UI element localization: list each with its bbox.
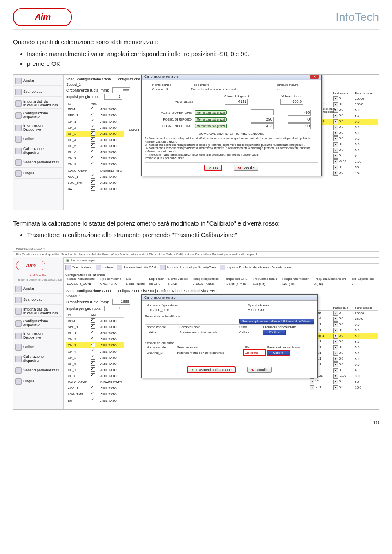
sidebar-item[interactable]: Lingua xyxy=(14,377,62,386)
enable-checkbox[interactable] xyxy=(91,386,95,390)
chevron-down-icon[interactable]: ▾ xyxy=(333,136,338,141)
enable-checkbox[interactable] xyxy=(91,343,95,347)
raw-value[interactable]: 412 xyxy=(251,123,274,129)
enable-checkbox[interactable] xyxy=(91,150,95,154)
chevron-down-icon[interactable]: ▾ xyxy=(333,165,338,170)
enable-checkbox[interactable] xyxy=(91,162,95,166)
circ-input-2[interactable]: 1666 xyxy=(112,299,130,305)
measure-value[interactable]: 90 xyxy=(288,123,311,129)
enable-checkbox[interactable] xyxy=(91,180,95,185)
chevron-down-icon[interactable]: ▾ xyxy=(333,334,338,339)
chevron-down-icon[interactable]: ▾ xyxy=(333,362,338,367)
chevron-down-icon[interactable]: ▾ xyxy=(333,114,338,118)
enable-checkbox[interactable] xyxy=(91,349,95,353)
enable-checkbox[interactable] xyxy=(91,398,95,402)
enable-checkbox[interactable] xyxy=(91,331,95,335)
trasmetti-button[interactable]: ✔Trasmetti calibrazione xyxy=(187,367,235,373)
chevron-down-icon[interactable]: ▾ xyxy=(333,159,338,164)
enable-checkbox[interactable] xyxy=(91,361,95,366)
sidebar-item[interactable]: Analisi xyxy=(14,76,62,86)
sidebar-item[interactable]: Configurazione dispositivo xyxy=(14,110,62,121)
sidebar-item[interactable]: Sensori personalizzati xyxy=(14,366,62,375)
memorize-button[interactable]: Memorizza dati grezzi xyxy=(195,117,227,122)
chevron-down-icon[interactable]: ▾ xyxy=(333,119,338,124)
enable-checkbox[interactable] xyxy=(91,137,95,142)
sidebar-item[interactable]: Online xyxy=(14,135,62,144)
chevron-down-icon[interactable]: ▾ xyxy=(333,328,338,333)
calibra-auto-button[interactable]: Calibra xyxy=(263,330,285,335)
enable-checkbox[interactable] xyxy=(91,373,95,378)
enable-checkbox[interactable] xyxy=(91,107,95,111)
sidebar-item[interactable]: Calibrazione dispositivo xyxy=(14,354,62,364)
chevron-down-icon[interactable]: ▾ xyxy=(333,96,338,101)
chevron-down-icon[interactable]: ▾ xyxy=(333,125,338,130)
sidebar-item[interactable]: Configurazione dispositivo xyxy=(14,318,62,329)
chevron-down-icon[interactable]: ▾ xyxy=(310,385,314,390)
memorize-button[interactable]: Memorizza dati grezzi xyxy=(195,124,227,128)
chevron-down-icon[interactable]: ▾ xyxy=(310,380,314,384)
toolbar-button[interactable]: Trasmissione xyxy=(65,265,91,270)
enable-checkbox[interactable] xyxy=(91,119,95,123)
annulla-button[interactable]: ⟲Annulla xyxy=(247,367,272,373)
enable-checkbox[interactable] xyxy=(91,156,95,160)
sidebar-item[interactable]: Importa dati da microSD SmartyCam xyxy=(14,306,62,317)
measure-value[interactable]: -90 xyxy=(288,110,311,116)
chevron-down-icon[interactable]: ▾ xyxy=(333,154,338,159)
tab-canali[interactable]: Canali xyxy=(102,77,113,81)
toolbar-button[interactable]: Lettura xyxy=(96,265,113,270)
sidebar-item[interactable]: Lingua xyxy=(14,169,62,179)
sidebar-item[interactable]: Informazioni Dispositivo xyxy=(14,123,62,133)
ok-button[interactable]: ✔OK xyxy=(205,165,222,171)
imp-input[interactable]: 1 xyxy=(104,94,122,100)
sidebar-item[interactable]: Online xyxy=(14,343,62,352)
sidebar-item[interactable]: Informazioni Dispositivo xyxy=(14,331,62,341)
sidebar-item[interactable]: Importa dati da microSD SmartyCam xyxy=(14,98,62,109)
chevron-down-icon[interactable]: ▾ xyxy=(333,340,338,344)
enable-checkbox[interactable] xyxy=(91,131,95,136)
imp-input-2[interactable]: 1 xyxy=(104,306,122,311)
cancel-button[interactable]: ⟲Annulla xyxy=(234,165,258,171)
chevron-down-icon[interactable]: ▾ xyxy=(333,171,338,176)
enable-checkbox[interactable] xyxy=(91,324,95,329)
enable-checkbox[interactable] xyxy=(91,380,95,384)
chevron-down-icon[interactable]: ▾ xyxy=(333,148,338,153)
autocalibrate-all-button[interactable]: Premere qui per autocalibrare tutti i se… xyxy=(239,319,314,324)
toolbar-button[interactable]: Imposta Funzioni per SmartyCam xyxy=(160,265,216,270)
enable-checkbox[interactable] xyxy=(91,113,95,117)
chevron-down-icon[interactable]: ▾ xyxy=(333,368,338,373)
measure-value[interactable]: 0 xyxy=(288,117,311,123)
toolbar-button[interactable]: Informazioni rete CAN xyxy=(117,265,156,270)
raw-value[interactable]: 250 xyxy=(251,117,274,123)
chevron-down-icon[interactable]: ▾ xyxy=(333,357,338,362)
sidebar-item[interactable]: Calibrazione dispositivo xyxy=(14,146,62,156)
enable-checkbox[interactable] xyxy=(91,143,95,148)
chevron-down-icon[interactable]: ▾ xyxy=(333,142,338,147)
circ-input[interactable]: 1666 xyxy=(112,87,130,93)
chevron-down-icon[interactable]: ▾ xyxy=(333,131,338,136)
sidebar-item[interactable]: Scarico dati xyxy=(14,87,62,97)
toolbar-button[interactable]: Imposta l'orologio del sistema d'acquisi… xyxy=(220,265,291,270)
chevron-down-icon[interactable]: ▾ xyxy=(333,374,338,379)
enable-checkbox[interactable] xyxy=(91,186,95,191)
chevron-down-icon[interactable]: ▾ xyxy=(333,311,338,316)
tab-canali-2[interactable]: Canali xyxy=(102,289,113,293)
menubar[interactable]: File Configurazione dispositivo Scarico … xyxy=(13,252,379,257)
chevron-down-icon[interactable]: ▾ xyxy=(333,385,338,390)
enable-checkbox[interactable] xyxy=(91,318,95,323)
chevron-down-icon[interactable]: ▾ xyxy=(333,351,338,356)
memorize-button[interactable]: Memorizza dati grezzi xyxy=(195,110,227,115)
chevron-down-icon[interactable]: ▾ xyxy=(333,317,338,322)
calibra-button[interactable]: Calibra xyxy=(267,350,290,355)
enable-checkbox[interactable] xyxy=(91,355,95,360)
enable-checkbox[interactable] xyxy=(91,174,95,179)
enable-checkbox[interactable] xyxy=(91,337,95,341)
enable-checkbox[interactable] xyxy=(91,168,95,172)
sidebar-item[interactable]: Sensori personalizzati xyxy=(14,158,62,168)
chevron-down-icon[interactable]: ▾ xyxy=(333,345,338,350)
enable-checkbox[interactable] xyxy=(91,125,95,130)
chevron-down-icon[interactable]: ▾ xyxy=(333,380,338,384)
enable-checkbox[interactable] xyxy=(91,367,95,372)
close-icon[interactable]: ✕ xyxy=(310,74,319,79)
sidebar-item[interactable]: Analisi xyxy=(14,284,62,294)
chevron-down-icon[interactable]: ▾ xyxy=(333,102,338,107)
